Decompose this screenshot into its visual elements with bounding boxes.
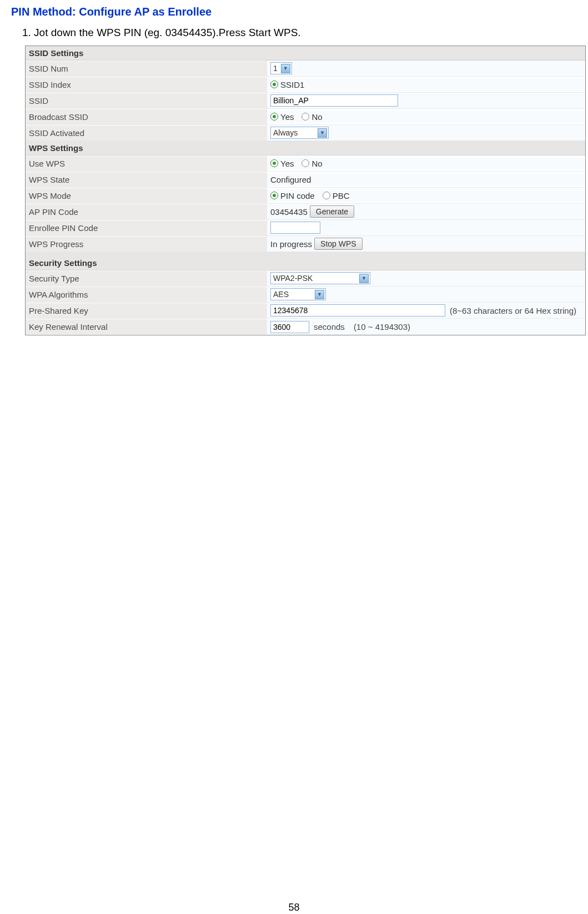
chevron-down-icon: ▼ (359, 274, 369, 283)
broadcast-yes-radio[interactable] (270, 113, 278, 120)
wps-mode-pin-radio[interactable] (270, 192, 278, 199)
wpa-algorithms-select[interactable]: AES ▼ (270, 288, 326, 300)
broadcast-no-radio[interactable] (301, 113, 309, 120)
key-renewal-range: (10 ~ 4194303) (354, 322, 410, 332)
wps-mode-label: WPS Mode (26, 188, 267, 203)
broadcast-no-label: No (311, 112, 322, 122)
wps-state-row: WPS State Configured (26, 172, 585, 188)
use-wps-no-label: No (311, 159, 322, 168)
security-type-value: WPA2-PSK (273, 274, 313, 283)
use-wps-label: Use WPS (26, 156, 267, 171)
enrollee-pin-label: Enrollee PIN Code (26, 220, 267, 235)
ssid-row: SSID (26, 93, 585, 109)
ssid-num-value: 1 (273, 64, 278, 73)
wps-state-value: Configured (270, 175, 311, 184)
ssid-index-radio-1[interactable] (270, 81, 278, 88)
security-type-label: Security Type (26, 271, 267, 286)
ssid-index-option-1: SSID1 (280, 80, 304, 89)
wpa-algorithms-label: WPA Algorithms (26, 287, 267, 302)
security-settings-header: Security Settings (26, 256, 585, 270)
chevron-down-icon: ▼ (315, 290, 324, 299)
wps-progress-row: WPS Progress In progress Stop WPS (26, 236, 585, 252)
psk-label: Pre-Shared Key (26, 303, 267, 318)
broadcast-ssid-row: Broadcast SSID Yes No (26, 109, 585, 125)
wps-settings-header: WPS Settings (26, 141, 585, 155)
ssid-index-label: SSID Index (26, 77, 267, 92)
key-renewal-row: Key Renewal Interval seconds (10 ~ 41943… (26, 319, 585, 335)
page-number: 58 (8, 902, 580, 913)
stop-wps-button[interactable]: Stop WPS (314, 238, 363, 250)
broadcast-yes-label: Yes (280, 112, 294, 122)
wps-mode-pbc-radio[interactable] (323, 192, 330, 199)
use-wps-no-radio[interactable] (301, 159, 309, 167)
page-title: PIN Method: Configure AP as Enrollee (11, 6, 580, 18)
psk-row: Pre-Shared Key (8~63 characters or 64 He… (26, 303, 585, 319)
divider (26, 252, 585, 256)
wpa-algorithms-value: AES (273, 290, 289, 299)
ap-pin-label: AP PIN Code (26, 204, 267, 219)
ssid-settings-header: SSID Settings (26, 46, 585, 61)
ssid-num-label: SSID Num (26, 61, 267, 76)
ap-pin-value: 03454435 (270, 207, 308, 217)
generate-button[interactable]: Generate (310, 205, 354, 218)
ssid-num-select[interactable]: 1 ▼ (270, 62, 292, 74)
ssid-activated-row: SSID Activated Always ▼ (26, 125, 585, 141)
ssid-activated-select[interactable]: Always ▼ (270, 127, 329, 139)
ssid-input[interactable] (270, 94, 398, 107)
chevron-down-icon: ▼ (281, 64, 290, 73)
key-renewal-input[interactable] (270, 321, 309, 333)
wps-progress-value: In progress (270, 239, 312, 249)
use-wps-yes-radio[interactable] (270, 159, 278, 167)
security-type-select[interactable]: WPA2-PSK ▼ (270, 272, 370, 284)
wps-mode-row: WPS Mode PIN code PBC (26, 188, 585, 204)
chevron-down-icon: ▼ (318, 128, 327, 138)
broadcast-ssid-label: Broadcast SSID (26, 109, 267, 124)
ssid-label: SSID (26, 93, 267, 108)
wps-mode-pbc-label: PBC (333, 191, 350, 200)
psk-input[interactable] (270, 304, 445, 317)
config-table: SSID Settings SSID Num 1 ▼ SSID Index SS… (25, 46, 586, 335)
use-wps-row: Use WPS Yes No (26, 155, 585, 172)
wpa-algorithms-row: WPA Algorithms AES ▼ (26, 287, 585, 303)
ssid-activated-value: Always (273, 128, 298, 137)
key-renewal-unit: seconds (314, 322, 345, 332)
enrollee-pin-input[interactable] (270, 222, 320, 234)
wps-mode-pin-label: PIN code (280, 191, 315, 200)
ap-pin-row: AP PIN Code 03454435 Generate (26, 204, 585, 220)
ssid-activated-label: SSID Activated (26, 125, 267, 140)
security-type-row: Security Type WPA2-PSK ▼ (26, 270, 585, 287)
wps-state-label: WPS State (26, 172, 267, 187)
instruction-step-1: 1. Jot down the WPS PIN (eg. 03454435).P… (22, 27, 580, 39)
ssid-num-row: SSID Num 1 ▼ (26, 61, 585, 77)
use-wps-yes-label: Yes (280, 159, 294, 168)
ssid-index-row: SSID Index SSID1 (26, 77, 585, 93)
enrollee-pin-row: Enrollee PIN Code (26, 220, 585, 236)
psk-hint: (8~63 characters or 64 Hex string) (450, 306, 576, 315)
wps-progress-label: WPS Progress (26, 237, 267, 252)
key-renewal-label: Key Renewal Interval (26, 319, 267, 334)
